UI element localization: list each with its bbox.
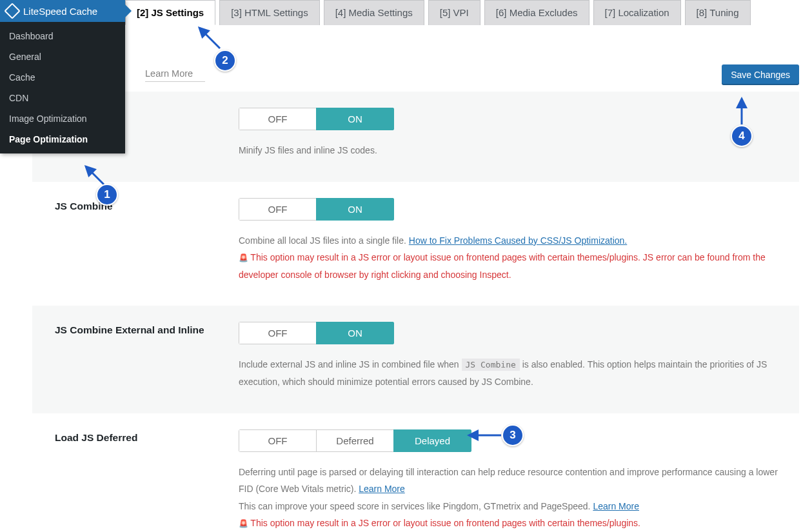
annotation-marker-4: 4 [731,125,753,147]
desc-defer-1-pre: Deferring until page is parsed or delayi… [239,467,778,495]
desc-js-minify: Minify JS files and inline JS codes. [239,142,789,159]
toggle-js-minify-on[interactable]: ON [316,108,394,130]
arrow-4 [735,95,748,128]
code-js-combine: JS Combine [462,359,520,371]
warn-combine: This option may result in a JS error or … [239,252,766,280]
desc-combine-ext: Include external JS and inline JS in com… [239,356,789,390]
toggle-js-minify-off[interactable]: OFF [239,108,317,130]
main-content: Learn More Save Changes OFF ON Minify JS… [19,0,812,532]
desc-js-combine: Combine all local JS files into a single… [239,232,789,284]
tab-js-settings[interactable]: [2] JS Settings [125,0,215,25]
setting-js-minify: OFF ON Minify JS files and inline JS cod… [32,92,799,182]
warning-icon [239,518,250,528]
sidebar-item-cache[interactable]: Cache [0,67,125,88]
tab-media-settings[interactable]: [4] Media Settings [324,0,424,25]
toggle-defer-off[interactable]: OFF [239,429,317,452]
sidebar: LiteSpeed Cache Dashboard General Cache … [0,0,125,153]
setting-load-js-deferred: Load JS Deferred OFF Deferred Delayed De… [32,413,799,532]
toggle-load-js-deferred: OFF Deferred Delayed [239,429,471,452]
save-changes-button[interactable]: Save Changes [722,64,799,85]
sidebar-item-dashboard[interactable]: Dashboard [0,26,125,46]
toggle-js-combine-ext: OFF ON [239,322,394,344]
sidebar-title: LiteSpeed Cache [23,6,97,17]
setting-js-combine-ext: JS Combine External and Inline OFF ON In… [32,306,799,413]
arrow-3 [466,429,504,442]
desc-defer-2-pre: This can improve your speed score in ser… [239,501,593,511]
tab-html-settings[interactable]: [3] HTML Settings [219,0,320,25]
svg-line-1 [199,28,220,48]
warning-icon [239,252,250,262]
sidebar-item-page-optimization[interactable]: Page Optimization [0,129,125,150]
tab-media-excludes[interactable]: [6] Media Excludes [484,0,589,25]
toggle-combine-ext-on[interactable]: ON [316,322,394,344]
arrow-2 [195,24,224,53]
toggle-js-combine-off[interactable]: OFF [239,198,317,221]
learn-more-top-link[interactable]: Learn More [145,68,205,82]
toggle-combine-ext-off[interactable]: OFF [239,322,317,344]
tab-vpi[interactable]: [5] VPI [428,0,480,25]
desc-combine-ext-pre: Include external JS and inline JS in com… [239,359,462,369]
link-fix-problems[interactable]: How to Fix Problems Caused by CSS/JS Opt… [409,235,627,246]
setting-label-combine-ext: JS Combine External and Inline [55,322,226,336]
link-learn-more-1[interactable]: Learn More [359,484,405,494]
litespeed-logo-icon [4,3,20,19]
link-learn-more-2[interactable]: Learn More [593,501,639,511]
toggle-js-minify: OFF ON [239,108,394,130]
desc-defer: Deferring until page is parsed or delayi… [239,464,789,532]
svg-line-0 [86,166,104,184]
toggle-js-combine: OFF ON [239,198,394,221]
setting-label-combine: JS Combine [55,198,226,212]
tabs: [2] JS Settings [3] HTML Settings [4] Me… [125,0,812,25]
toggle-defer-deferred[interactable]: Deferred [316,429,394,452]
annotation-marker-3: 3 [502,424,524,446]
tab-localization[interactable]: [7] Localization [593,0,681,25]
annotation-marker-2: 2 [214,50,236,72]
setting-label-defer: Load JS Deferred [55,429,226,444]
toggle-js-combine-on[interactable]: ON [316,198,394,221]
sidebar-item-general[interactable]: General [0,46,125,67]
toggle-defer-delayed[interactable]: Delayed [393,429,471,452]
desc-combine-pre: Combine all local JS files into a single… [239,235,409,246]
tab-tuning[interactable]: [8] Tuning [685,0,751,25]
sidebar-item-cdn[interactable]: CDN [0,88,125,108]
annotation-marker-1: 1 [96,184,118,206]
warn-defer: This option may result in a JS error or … [250,518,640,528]
sidebar-header[interactable]: LiteSpeed Cache [0,0,125,22]
setting-js-combine: JS Combine OFF ON Combine all local JS f… [32,182,799,306]
sidebar-item-image-optimization[interactable]: Image Optimization [0,108,125,129]
